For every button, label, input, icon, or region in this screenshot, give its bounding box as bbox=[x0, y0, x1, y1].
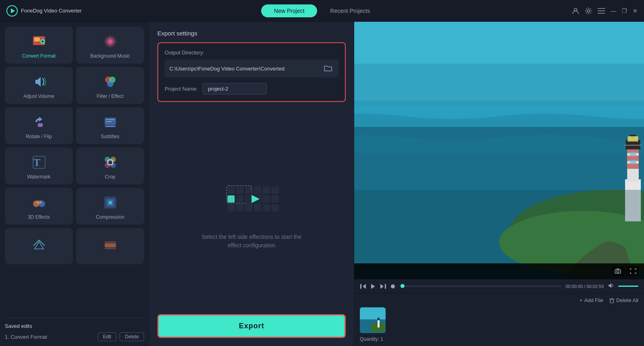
output-dir-row: C:\Users\pc\FoneDog Video Converter\Conv… bbox=[165, 60, 339, 77]
volume-bar[interactable] bbox=[618, 286, 638, 287]
tab-new-project[interactable]: New Project bbox=[261, 4, 317, 17]
svg-rect-76 bbox=[354, 263, 644, 279]
svg-rect-36 bbox=[105, 241, 116, 243]
sidebar-label-background-music: Background Music bbox=[90, 53, 130, 59]
svg-rect-85 bbox=[610, 299, 613, 303]
sidebar-grid: Convert Format Background Music Adjust V… bbox=[5, 27, 144, 264]
svg-rect-58 bbox=[272, 204, 279, 211]
svg-rect-50 bbox=[272, 195, 279, 203]
project-name-input[interactable] bbox=[202, 83, 267, 95]
sidebar-item-crop[interactable]: Crop bbox=[76, 147, 144, 184]
minimize-button[interactable]: — bbox=[611, 8, 616, 14]
sidebar-item-adjust-volume[interactable]: Adjust Volume bbox=[5, 67, 73, 104]
file-thumbnail[interactable] bbox=[360, 307, 386, 333]
transport-bar: 00:00:00 / 00:02:59 bbox=[354, 279, 644, 293]
svg-rect-16 bbox=[38, 123, 43, 127]
titlebar: FoneDog Video Converter New Project Rece… bbox=[0, 0, 644, 22]
svg-rect-80 bbox=[360, 284, 361, 289]
background-music-icon bbox=[102, 33, 119, 50]
svg-marker-81 bbox=[371, 284, 375, 289]
export-settings-box: Output Directory: C:\Users\pc\FoneDog Vi… bbox=[157, 42, 346, 102]
titlebar-controls: — ❐ ✕ bbox=[572, 7, 638, 15]
settings-icon[interactable] bbox=[585, 7, 592, 15]
skip-forward-button[interactable] bbox=[380, 284, 386, 289]
svg-point-84 bbox=[391, 284, 395, 288]
edit-button[interactable]: Edit bbox=[98, 332, 117, 341]
svg-rect-87 bbox=[360, 307, 386, 319]
svg-text:T: T bbox=[33, 157, 40, 168]
trash-icon bbox=[609, 298, 615, 303]
svg-rect-90 bbox=[378, 318, 380, 320]
delete-button[interactable]: Delete bbox=[120, 332, 144, 341]
add-icon: + bbox=[580, 297, 583, 303]
sidebar-item-extra2[interactable] bbox=[76, 228, 144, 264]
menu-icon[interactable] bbox=[598, 7, 605, 15]
progress-bar[interactable] bbox=[399, 286, 561, 287]
account-icon[interactable] bbox=[572, 7, 579, 15]
svg-rect-38 bbox=[227, 186, 235, 194]
sidebar-label-crop: Crop bbox=[105, 174, 115, 180]
sidebar-item-3d-effects[interactable]: 3D Effects bbox=[5, 188, 73, 225]
svg-point-27 bbox=[110, 162, 116, 168]
file-list-header: + Add File Delete All bbox=[360, 297, 638, 303]
volume-button[interactable] bbox=[608, 283, 614, 290]
svg-rect-73 bbox=[630, 152, 636, 156]
svg-marker-79 bbox=[363, 284, 366, 289]
delete-all-button[interactable]: Delete All bbox=[609, 297, 638, 303]
svg-rect-53 bbox=[227, 204, 235, 211]
logo-icon bbox=[6, 5, 18, 17]
file-thumb-inner bbox=[360, 307, 386, 333]
sidebar-label-convert-format: Convert Format bbox=[22, 53, 56, 59]
svg-rect-89 bbox=[378, 320, 380, 327]
svg-rect-39 bbox=[236, 186, 244, 194]
time-display: 00:00:00 / 00:02:59 bbox=[566, 284, 604, 289]
effect-message: Select the left side effections to start… bbox=[195, 233, 308, 250]
project-name-label: Project Name: bbox=[165, 86, 198, 92]
sidebar-item-compression[interactable]: Compression bbox=[76, 188, 144, 225]
play-button[interactable] bbox=[370, 284, 376, 289]
svg-rect-17 bbox=[105, 118, 116, 125]
output-dir-label: Output Directory: bbox=[165, 50, 339, 56]
sidebar-label-subtitles: Subtitles bbox=[101, 134, 119, 139]
extra1-icon bbox=[31, 237, 47, 254]
tab-recent-projects[interactable]: Recent Projects bbox=[317, 4, 383, 17]
crop-icon bbox=[102, 154, 119, 171]
svg-rect-83 bbox=[385, 284, 386, 289]
close-button[interactable]: ✕ bbox=[633, 8, 638, 14]
screenshot-button[interactable] bbox=[612, 266, 624, 276]
restore-button[interactable]: ❐ bbox=[622, 8, 627, 14]
titlebar-tabs: New Project Recent Projects bbox=[261, 4, 383, 17]
svg-point-3 bbox=[587, 10, 590, 12]
adjust-volume-icon bbox=[31, 73, 47, 90]
quantity-text: Quantity: 1 bbox=[360, 336, 386, 342]
saved-edit-row: 1. Convert Format Edit Delete bbox=[5, 332, 144, 341]
project-name-row: Project Name: bbox=[165, 83, 339, 95]
sidebar-item-filter-effect[interactable]: Filter / Effect bbox=[76, 67, 144, 104]
sidebar-item-convert-format[interactable]: Convert Format bbox=[5, 27, 73, 64]
export-button[interactable]: Export bbox=[157, 314, 346, 338]
skip-back-button[interactable] bbox=[360, 284, 366, 289]
svg-rect-43 bbox=[272, 186, 279, 194]
fullscreen-button[interactable] bbox=[627, 266, 639, 276]
sidebar-item-watermark[interactable]: T Watermark bbox=[5, 147, 73, 184]
svg-rect-37 bbox=[105, 248, 116, 249]
compression-icon bbox=[102, 194, 119, 211]
sidebar-item-subtitles[interactable]: Subtitles bbox=[76, 107, 144, 144]
add-file-button[interactable]: + Add File bbox=[580, 297, 603, 303]
sidebar-label-3d-effects: 3D Effects bbox=[28, 214, 50, 220]
sidebar-item-rotate-flip[interactable]: Rotate / Flip bbox=[5, 107, 73, 144]
effect-area: Select the left side effections to start… bbox=[157, 112, 346, 314]
app-title: FoneDog Video Converter bbox=[21, 8, 82, 14]
folder-browse-button[interactable] bbox=[322, 63, 334, 74]
svg-marker-1 bbox=[11, 8, 15, 13]
svg-point-78 bbox=[617, 270, 619, 273]
sidebar-item-extra1[interactable] bbox=[5, 228, 73, 264]
svg-rect-54 bbox=[236, 204, 244, 211]
sidebar-item-background-music[interactable]: Background Music bbox=[76, 27, 144, 64]
export-settings-title: Export settings bbox=[157, 30, 346, 37]
app-logo: FoneDog Video Converter bbox=[6, 5, 82, 17]
video-preview bbox=[354, 22, 644, 279]
video-preview-controls bbox=[612, 266, 639, 276]
svg-rect-18 bbox=[105, 125, 116, 127]
stop-button[interactable] bbox=[390, 284, 395, 289]
